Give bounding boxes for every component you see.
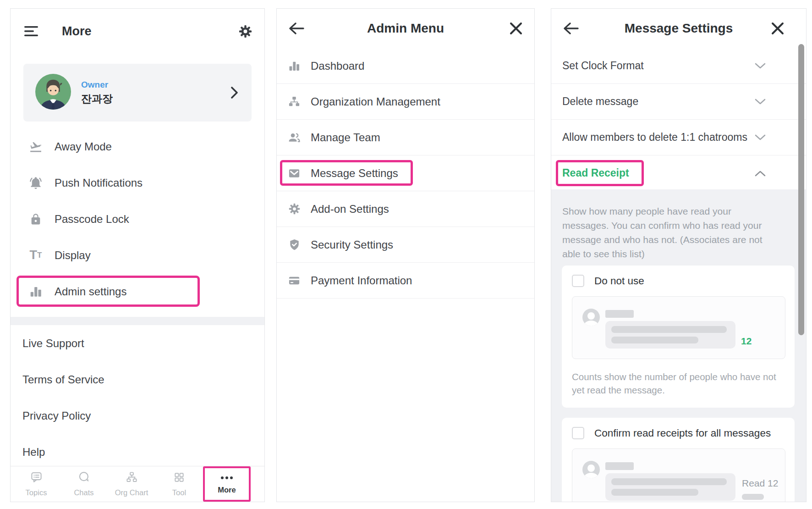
- admin-item-dashboard[interactable]: Dashboard: [277, 48, 534, 84]
- chevron-right-icon: [231, 87, 238, 99]
- skeleton-message-body: [605, 309, 735, 349]
- menu-item-display[interactable]: TT Display: [11, 237, 264, 273]
- away-mode-icon: [28, 140, 44, 154]
- menu-item-passcode-lock[interactable]: Passcode Lock: [11, 201, 264, 237]
- skeleton-bubble: [605, 321, 735, 349]
- tab-tool[interactable]: Tool: [155, 466, 203, 502]
- menu-item-push-notifications[interactable]: Push Notifications: [11, 165, 264, 201]
- confirm-read-receipts-checkbox[interactable]: [572, 427, 584, 439]
- setting-label: Set Clock Format: [562, 60, 644, 72]
- hamburger-menu-icon[interactable]: [24, 26, 39, 37]
- do-not-use-checkbox[interactable]: [572, 275, 584, 287]
- tab-label: Tool: [172, 488, 186, 497]
- admin-item-message-settings[interactable]: Message Settings: [277, 155, 534, 191]
- admin-menu-header: Admin Menu: [277, 9, 534, 48]
- setting-row-read-receipt[interactable]: Read Receipt: [551, 155, 806, 191]
- link-privacy-policy[interactable]: Privacy Policy: [11, 398, 264, 434]
- chats-icon: [78, 471, 90, 485]
- menu-label: Display: [55, 249, 91, 262]
- setting-label: Allow members to delete 1:1 chatrooms: [562, 131, 747, 144]
- admin-item-organization-management[interactable]: Organization Management: [277, 84, 534, 120]
- setting-row-set-clock-format[interactable]: Set Clock Format: [551, 48, 806, 84]
- avatar: [35, 74, 71, 111]
- admin-item-security-settings[interactable]: Security Settings: [277, 227, 534, 263]
- tab-label: Chats: [74, 488, 93, 497]
- skeleton-bubble: [605, 473, 735, 501]
- topics-icon: [30, 471, 43, 485]
- profile-info: Owner 잔과장: [81, 80, 113, 106]
- footer-links: Live Support Terms of Service Privacy Po…: [11, 325, 264, 470]
- skeleton-line: [611, 337, 698, 343]
- profile-card[interactable]: Owner 잔과장: [23, 64, 252, 122]
- section-divider: [11, 317, 264, 325]
- do-not-use-option: Do not use: [572, 275, 785, 287]
- do-not-use-card: Do not use 12 Counts show the number of …: [562, 266, 795, 408]
- skeleton-message-body: [605, 461, 735, 501]
- link-help[interactable]: Help: [11, 434, 264, 470]
- skeleton-message: Read 12: [582, 461, 779, 501]
- close-icon[interactable]: [510, 22, 522, 35]
- setting-row-delete-message[interactable]: Delete message: [551, 84, 806, 120]
- more-menu: Away Mode Push Notifications Passcode Lo…: [11, 128, 264, 310]
- menu-item-away-mode[interactable]: Away Mode: [11, 128, 264, 165]
- admin-item-addon-settings[interactable]: Add-on Settings: [277, 191, 534, 227]
- admin-menu-panel: Admin Menu Dashboard Organization Manage…: [276, 8, 535, 502]
- dashboard-icon: [287, 60, 302, 72]
- admin-item-label: Message Settings: [311, 167, 398, 180]
- skeleton-line: [611, 478, 727, 485]
- menu-label: Push Notifications: [55, 177, 143, 189]
- tab-label: Topics: [26, 488, 47, 497]
- people-icon: [287, 131, 302, 144]
- more-panel: More Owner 잔과장 Away Mode Push Notificati: [10, 8, 265, 502]
- panel-title: Message Settings: [551, 21, 806, 36]
- tab-chats[interactable]: Chats: [60, 466, 108, 502]
- back-arrow-icon[interactable]: [563, 22, 579, 34]
- lock-icon: [28, 213, 44, 226]
- display-text-icon: TT: [28, 249, 44, 261]
- link-live-support[interactable]: Live Support: [11, 325, 264, 361]
- settings-gear-icon[interactable]: [238, 24, 252, 39]
- skeleton-name-bar: [605, 310, 634, 318]
- skeleton-message: 12: [582, 309, 779, 349]
- skeleton-avatar: [582, 461, 600, 478]
- message-settings-header: Message Settings: [551, 9, 806, 48]
- setting-row-allow-delete-chatrooms[interactable]: Allow members to delete 1:1 chatrooms: [551, 120, 806, 155]
- skeleton-line: [611, 489, 698, 496]
- credit-card-icon: [287, 274, 302, 287]
- skeleton-name-bar: [605, 462, 634, 470]
- shield-check-icon: [287, 238, 302, 251]
- setting-label: Delete message: [562, 95, 638, 108]
- close-icon[interactable]: [771, 22, 784, 35]
- envelope-icon: [287, 167, 302, 180]
- chevron-down-icon: [755, 134, 766, 141]
- org-tree-icon: [287, 95, 302, 108]
- message-preview: 12: [572, 296, 785, 359]
- tab-org-chart[interactable]: Org Chart: [108, 466, 155, 502]
- admin-item-label: Manage Team: [311, 131, 380, 144]
- menu-item-admin-settings[interactable]: Admin settings: [11, 273, 264, 310]
- message-settings-panel: Message Settings Set Clock Format Delete…: [551, 8, 807, 502]
- option-label: Do not use: [594, 275, 644, 287]
- back-arrow-icon[interactable]: [289, 22, 304, 34]
- org-chart-icon: [126, 471, 138, 485]
- link-terms-of-service[interactable]: Terms of Service: [11, 361, 264, 398]
- admin-item-payment-information[interactable]: Payment Information: [277, 263, 534, 299]
- read-receipt-description: Show how many people have read your mess…: [551, 189, 791, 261]
- skeleton-time-bar: [742, 494, 764, 500]
- do-not-use-caption: Counts show the number of people who hav…: [572, 370, 779, 397]
- menu-label: Admin settings: [55, 285, 126, 298]
- tab-label: Org Chart: [115, 488, 148, 497]
- tool-grid-icon: [173, 471, 185, 485]
- profile-role: Owner: [81, 80, 113, 90]
- bottom-tab-bar: Topics Chats Org Chart Tool More: [11, 466, 264, 502]
- scrollbar-thumb[interactable]: [798, 44, 804, 335]
- admin-item-label: Organization Management: [311, 95, 440, 108]
- admin-item-manage-team[interactable]: Manage Team: [277, 120, 534, 155]
- tab-more[interactable]: More: [203, 466, 251, 502]
- admin-item-label: Payment Information: [311, 274, 412, 287]
- setting-label: Read Receipt: [562, 167, 629, 179]
- tab-topics[interactable]: Topics: [12, 466, 60, 502]
- confirm-read-receipts-option: Confirm read receipts for all messages: [572, 427, 785, 439]
- panel-title: Admin Menu: [277, 21, 534, 36]
- more-header: More: [11, 9, 264, 50]
